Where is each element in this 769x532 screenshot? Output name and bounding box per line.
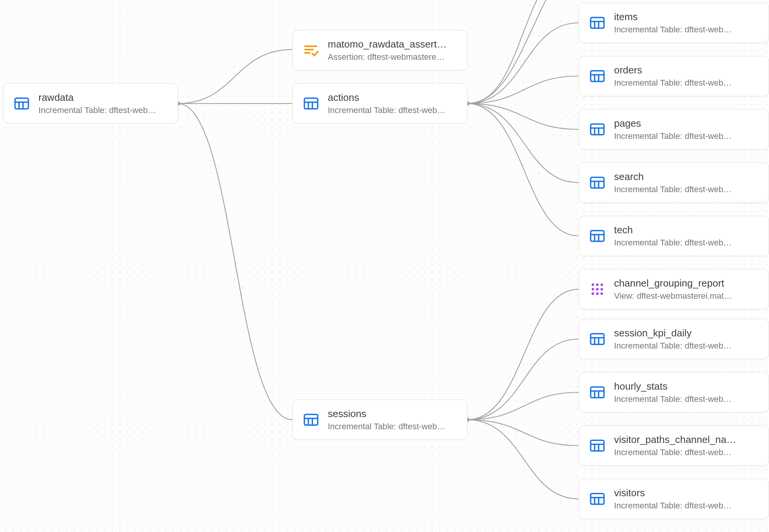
node-title: orders — [614, 64, 732, 76]
node-items[interactable]: items Incremental Table: dftest-web… — [579, 3, 769, 43]
node-subtitle: Incremental Table: dftest-web… — [614, 77, 732, 89]
node-channel-grouping-report[interactable]: channel_grouping_report View: dftest-web… — [579, 269, 769, 309]
svg-rect-11 — [305, 414, 318, 425]
node-rawdata[interactable]: rawdata Incremental Table: dftest-web… — [3, 83, 178, 124]
svg-point-39 — [596, 288, 599, 291]
table-icon — [303, 95, 319, 112]
svg-point-40 — [600, 288, 603, 291]
node-subtitle: Incremental Table: dftest-web… — [614, 393, 732, 405]
svg-point-43 — [600, 292, 603, 295]
node-title: visitors — [614, 487, 732, 499]
node-tech[interactable]: tech Incremental Table: dftest-web… — [579, 216, 769, 256]
node-subtitle: Incremental Table: dftest-web… — [614, 237, 732, 248]
svg-rect-56 — [591, 494, 604, 504]
node-session-kpi-daily[interactable]: session_kpi_daily Incremental Table: dft… — [579, 319, 769, 359]
node-subtitle: Incremental Table: dftest-web… — [328, 421, 445, 432]
lineage-graph-canvas[interactable]: rawdata Incremental Table: dftest-web… m… — [0, 0, 769, 532]
svg-rect-44 — [591, 334, 604, 344]
node-matomo-rawdata-assert[interactable]: matomo_rawdata_assert… Assertion: dftest… — [292, 30, 467, 70]
node-subtitle: View: dftest-webmasterei.mat… — [614, 290, 732, 302]
svg-rect-0 — [15, 98, 29, 109]
table-icon — [13, 95, 30, 112]
node-title: items — [614, 11, 732, 23]
node-title: visitor_paths_channel_na… — [614, 433, 736, 446]
node-title: matomo_rawdata_assert… — [328, 38, 447, 51]
node-subtitle: Assertion: dftest-webmastere… — [328, 51, 447, 63]
node-title: tech — [614, 224, 732, 236]
svg-rect-23 — [591, 124, 604, 135]
svg-point-36 — [596, 284, 599, 286]
svg-point-37 — [600, 284, 603, 286]
table-icon — [303, 411, 319, 428]
node-title: channel_grouping_report — [614, 277, 732, 290]
node-subtitle: Incremental Table: dftest-web… — [614, 131, 732, 142]
node-orders[interactable]: orders Incremental Table: dftest-web… — [579, 56, 769, 96]
node-title: hourly_stats — [614, 380, 732, 393]
svg-rect-15 — [591, 18, 604, 28]
node-subtitle: Incremental Table: dftest-web… — [614, 500, 732, 511]
svg-point-41 — [592, 292, 594, 295]
table-icon — [589, 384, 606, 401]
node-title: search — [614, 170, 732, 183]
node-actions[interactable]: actions Incremental Table: dftest-web… — [292, 83, 467, 124]
assertion-icon — [303, 42, 319, 59]
svg-point-35 — [592, 284, 594, 286]
node-title: rawdata — [38, 91, 156, 104]
node-subtitle: Incremental Table: dftest-web… — [328, 105, 445, 116]
node-sessions[interactable]: sessions Incremental Table: dftest-web… — [292, 400, 467, 440]
node-subtitle: Incremental Table: dftest-web… — [614, 447, 736, 458]
node-subtitle: Incremental Table: dftest-web… — [38, 105, 156, 116]
svg-point-42 — [596, 292, 599, 295]
table-icon — [589, 491, 606, 507]
node-pages[interactable]: pages Incremental Table: dftest-web… — [579, 109, 769, 150]
node-hourly-stats[interactable]: hourly_stats Incremental Table: dftest-w… — [579, 372, 769, 413]
node-title: pages — [614, 117, 732, 130]
svg-rect-19 — [591, 71, 604, 81]
svg-rect-48 — [591, 387, 604, 398]
node-visitors[interactable]: visitors Incremental Table: dftest-web… — [579, 479, 769, 519]
node-subtitle: Incremental Table: dftest-web… — [614, 184, 732, 195]
node-title: sessions — [328, 408, 445, 420]
table-icon — [589, 14, 606, 31]
table-icon — [589, 174, 606, 191]
node-subtitle: Incremental Table: dftest-web… — [614, 340, 732, 352]
node-subtitle: Incremental Table: dftest-web… — [614, 24, 732, 35]
node-title: session_kpi_daily — [614, 327, 732, 339]
svg-rect-27 — [591, 177, 604, 188]
node-title: actions — [328, 91, 445, 104]
table-icon — [589, 437, 606, 454]
view-icon — [589, 281, 606, 298]
table-icon — [589, 68, 606, 84]
svg-point-38 — [592, 288, 594, 291]
svg-rect-31 — [591, 231, 604, 241]
svg-rect-52 — [591, 440, 604, 451]
node-visitor-paths-channel[interactable]: visitor_paths_channel_na… Incremental Ta… — [579, 425, 769, 466]
node-search[interactable]: search Incremental Table: dftest-web… — [579, 162, 769, 203]
table-icon — [589, 331, 606, 347]
table-icon — [589, 121, 606, 138]
svg-rect-7 — [305, 98, 318, 109]
table-icon — [589, 228, 606, 244]
